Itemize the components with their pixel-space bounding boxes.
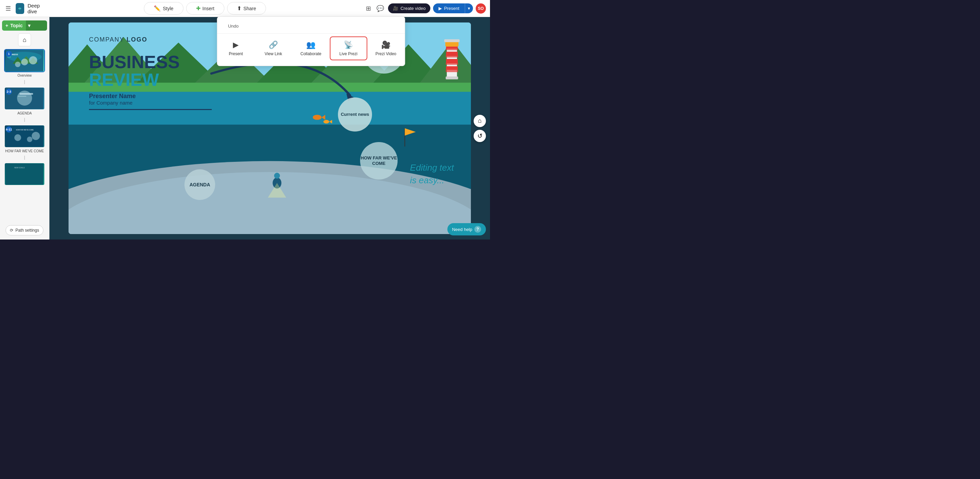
svg-rect-51: [445, 63, 458, 65]
insert-icon: ✚: [196, 5, 200, 11]
slide-thumb-howfar: 4-11 HOW FAR WE'VE COME: [4, 125, 45, 148]
slide-howfar[interactable]: 4-11 HOW FAR WE'VE COME HOW FAR WE'VE CO…: [4, 125, 45, 153]
review-text: REVIEW: [89, 71, 212, 89]
back-side-button[interactable]: ↺: [474, 130, 486, 142]
slide-label-overview: Overview: [18, 74, 32, 77]
how-far-label: HOW FAR WE'VE COME: [360, 155, 398, 166]
svg-rect-52: [445, 70, 458, 72]
video-camera-icon: 🎥: [393, 6, 398, 11]
svg-rect-14: [18, 96, 26, 97]
share-button[interactable]: ⬆ Share: [227, 2, 266, 15]
insert-label: Insert: [202, 6, 215, 11]
present-play-icon2: ▶: [439, 6, 442, 11]
slide-agenda[interactable]: 2-3 AGENDA: [4, 87, 45, 115]
share-viewlink-item[interactable]: 🔗 View Link: [255, 36, 292, 60]
company-logo: COMPANY LOGO: [89, 36, 147, 43]
style-label: Style: [163, 6, 173, 11]
collaborate-label: Collaborate: [301, 51, 321, 56]
svg-point-39: [323, 120, 329, 124]
presenter-name: Presenter Name: [89, 93, 212, 100]
svg-point-8: [15, 62, 21, 67]
share-menu-items: ▶ Present 🔗 View Link 👥 Collaborate 📡 Li…: [217, 34, 405, 63]
topic-button-group: + Topic ▾: [2, 21, 47, 31]
slide-overview[interactable]: 1 BUSINESSEW Overview: [4, 49, 45, 77]
present-play-icon: ▶: [233, 41, 239, 49]
viewlink-label: View Link: [265, 51, 282, 56]
topic-label: Topic: [10, 23, 22, 28]
slide-label-howfar: HOW FAR WE'VE COME: [5, 149, 44, 153]
app-title: Deep dive: [28, 3, 45, 14]
liveprezi-label: Live Prezi: [339, 51, 357, 56]
editing-text: Editing text is easy...: [410, 162, 454, 186]
slide-newgoals[interactable]: NEW GOALS: [4, 162, 45, 186]
share-icon: ⬆: [237, 5, 242, 11]
present-dropdown-button[interactable]: ▾: [465, 3, 473, 13]
need-help-button[interactable]: Need help ?: [447, 223, 486, 235]
svg-rect-13: [19, 93, 33, 95]
svg-rect-50: [445, 55, 458, 57]
hamburger-menu-button[interactable]: ☰: [4, 3, 12, 14]
agenda-label: AGENDA: [189, 182, 210, 188]
nav-buttons: ✏️ Style ✚ Insert ⬆ Share: [49, 2, 360, 15]
svg-rect-47: [444, 39, 460, 42]
share-present-item[interactable]: ▶ Present: [217, 36, 255, 60]
svg-point-18: [27, 136, 32, 142]
slide-connector-3: [24, 156, 25, 160]
collaborate-icon: 👥: [306, 41, 315, 49]
user-avatar[interactable]: SO: [476, 3, 486, 14]
current-news-label: Current news: [340, 112, 369, 117]
svg-text:NEW GOALS: NEW GOALS: [14, 167, 25, 169]
prezivideo-label: Prezi Video: [375, 51, 396, 56]
topic-button[interactable]: + Topic: [2, 21, 26, 31]
slide-thumb-newgoals: NEW GOALS: [4, 162, 45, 186]
top-bar-right: ⊞ 💬 🎥 Create video ▶ Present ▾ SO: [360, 3, 490, 14]
editing-text-line2: is easy...: [410, 175, 444, 186]
path-settings-button[interactable]: ⟳ Path settings: [5, 225, 43, 235]
presenter-company: for Company name: [89, 100, 212, 106]
slide-preview-overview: 1 BUSINESSEW: [5, 50, 45, 71]
prezivideo-icon: 🎥: [381, 41, 390, 49]
agenda-circle[interactable]: AGENDA: [185, 169, 215, 200]
how-far-circle[interactable]: HOW FAR WE'VE COME: [360, 142, 398, 179]
slide-label-agenda: AGENDA: [18, 111, 32, 115]
sidebar: + Topic ▾ ⌂ 1 BUSINESSEW Overview 2-3 AG…: [0, 17, 49, 240]
home-icon: ⌂: [23, 36, 27, 44]
create-video-label: Create video: [400, 6, 426, 11]
question-mark: ?: [476, 227, 479, 232]
share-dropdown-top: Undo: [217, 19, 405, 34]
need-help-label: Need help: [452, 227, 472, 232]
present-button-group: ▶ Present ▾: [433, 3, 473, 13]
svg-point-56: [274, 173, 280, 179]
svg-rect-48: [445, 76, 458, 79]
home-button[interactable]: ⌂: [18, 33, 31, 46]
liveprezi-icon: 📡: [344, 41, 353, 49]
style-icon: ✏️: [154, 5, 161, 11]
plus-icon: +: [5, 23, 8, 28]
topic-arrow-button[interactable]: ▾: [26, 21, 47, 31]
svg-point-12: [17, 90, 32, 106]
create-video-button[interactable]: 🎥 Create video: [388, 3, 430, 13]
svg-point-19: [32, 132, 40, 140]
share-collaborate-item[interactable]: 👥 Collaborate: [292, 36, 330, 60]
present-item-label: Present: [229, 51, 243, 56]
top-bar-left: ☰ Deep dive: [0, 3, 49, 14]
share-prezivideo-item[interactable]: 🎥 Prezi Video: [367, 36, 405, 60]
business-text: BUSINESS: [89, 53, 212, 71]
slide-thumb-agenda: 2-3: [4, 87, 45, 110]
home-side-button[interactable]: ⌂: [474, 115, 486, 127]
svg-point-17: [14, 134, 21, 141]
chat-button[interactable]: 💬: [375, 3, 385, 14]
slide-badge-411: 4-11: [6, 126, 12, 133]
divider-line: [89, 109, 212, 110]
grid-view-button[interactable]: ⊞: [364, 3, 372, 14]
insert-button[interactable]: ✚ Insert: [186, 2, 224, 15]
current-news-circle[interactable]: Current news: [338, 97, 372, 132]
svg-rect-45: [446, 66, 458, 70]
undo-button[interactable]: Undo: [223, 21, 244, 31]
svg-text:HOW FAR WE'VE COME: HOW FAR WE'VE COME: [16, 129, 34, 131]
style-button[interactable]: ✏️ Style: [144, 2, 183, 15]
present-main-button[interactable]: ▶ Present: [433, 3, 465, 13]
slide-preview-newgoals: NEW GOALS: [5, 163, 45, 185]
share-liveprezi-item[interactable]: 📡 Live Prezi: [330, 36, 367, 60]
path-settings-label: Path settings: [15, 228, 39, 233]
